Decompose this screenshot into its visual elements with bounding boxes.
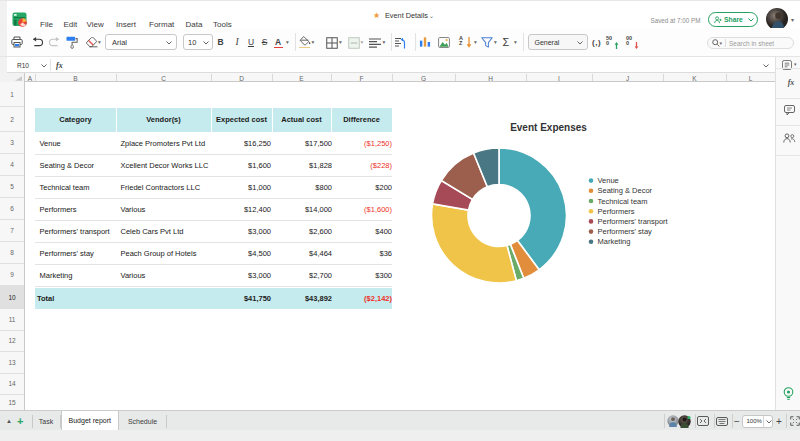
svg-text:Performers' stay: Performers' stay <box>598 227 653 236</box>
svg-text:Venue: Venue <box>598 176 619 185</box>
svg-text:Marketing: Marketing <box>598 237 631 246</box>
svg-text:Performers: Performers <box>598 207 635 216</box>
svg-text:Event Expenses: Event Expenses <box>510 122 587 133</box>
svg-text:Performers' transport: Performers' transport <box>598 217 669 226</box>
svg-text:Seating & Decor: Seating & Decor <box>598 186 653 195</box>
svg-text:Technical team: Technical team <box>598 197 648 206</box>
